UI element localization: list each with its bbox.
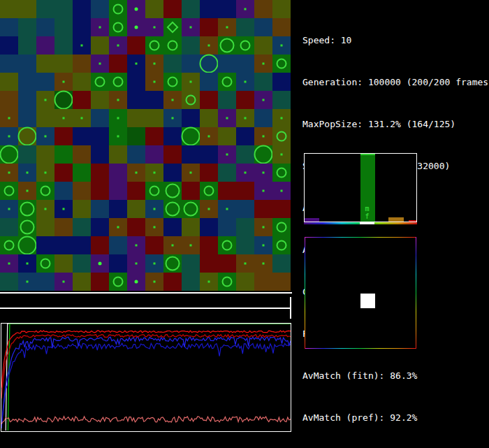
stat-line-avmatch-pref: AvMatch (pref): 92.2% [302,411,489,425]
grid-cell [200,109,218,127]
grid-cell [163,182,182,200]
grid-cell [18,36,36,55]
histogram-bar-orange [388,217,404,222]
organism-ring [254,145,273,164]
grid-cell [218,91,236,109]
organism-dot [154,263,156,265]
organism-ring [277,240,287,251]
grid-cell [54,73,73,91]
grid-cell [182,254,200,273]
organism-ring [113,77,124,87]
grid-cell [254,273,272,291]
organism-dot [172,117,174,120]
organism-ring [182,127,200,146]
grid-cell [18,127,36,145]
organism-dot [81,45,83,47]
grid-cell [109,200,127,218]
timeline-progress-marker[interactable] [290,297,291,319]
organism-dot [63,208,65,210]
organism-dot [208,208,210,210]
grid-cell [200,55,218,73]
grid-cell [254,254,272,273]
grid-cell [36,127,54,145]
grid-cell [145,0,163,18]
organism-ring [184,202,198,217]
grid-cell [109,218,127,236]
grid-cell [272,36,291,55]
grid-cell [218,18,236,36]
organism-ring [113,277,124,287]
timeline-track[interactable] [0,308,291,309]
organism-ring [4,240,15,251]
grid-cell [127,164,145,182]
organism-ring [222,277,233,287]
organism-dot [263,226,265,229]
grid-cell [254,236,272,254]
grid-cell [236,145,254,164]
grid-cell [218,109,236,127]
world-grid [0,0,291,291]
grid-cell [127,91,145,109]
stats-panel: Speed: 10 Generation: 100000 (200/200 fr… [302,6,489,448]
organism-dot-large [98,262,102,266]
grid-cell [254,0,272,18]
grid-cell [254,164,272,182]
grid-cell [236,0,254,18]
organism-dot [263,245,265,247]
trait-space-left-edge [305,237,305,349]
species-hue-axis-gap [360,222,374,224]
organism-ring [54,91,73,110]
organism-dot [190,81,192,83]
grid-cell [272,218,291,236]
grid-cell [272,0,291,18]
grid-cell [18,218,36,236]
organism-dot [117,226,119,229]
organism-ring [222,77,233,87]
histogram-bar-cap [360,154,375,155]
organism-dot [27,281,29,283]
organism-dot [245,81,247,83]
grid-cell [145,18,163,36]
grid-cell [200,218,218,236]
organism-dot [45,172,47,174]
grid-cell [254,218,272,236]
grid-cell [109,18,127,36]
grid-cell [0,73,18,91]
organism-ring [20,202,35,217]
grid-cell [254,127,272,145]
grid-cell [182,91,200,109]
grid-cell [218,0,236,18]
grid-cell [218,36,236,55]
grid-cell [73,182,91,200]
grid-cell [145,55,163,73]
grid-cell [200,182,218,200]
grid-cell [200,200,218,218]
organism-dot [8,136,10,138]
organism-ring [41,259,51,269]
grid-cell [54,273,73,291]
grid-cell [36,145,54,164]
organism-dot [154,226,156,229]
grid-cell [200,36,218,55]
organism-dot [8,263,10,265]
grid-cell [218,127,236,145]
grid-cell [73,218,91,236]
organism-ring [20,220,35,235]
organism-dot [154,281,156,283]
grid-cell [36,218,54,236]
grid-cell [91,109,109,127]
organism-dot [45,208,47,210]
species-hue-axis [304,222,417,224]
grid-cell [91,254,109,273]
grid-cell [0,218,18,236]
organism-dot [63,81,65,83]
grid-cell [200,254,218,273]
grid-cell [272,182,291,200]
grid-cell [18,200,36,218]
grid-cell [18,182,36,200]
grid-cell [54,145,73,164]
grid-cell [236,127,254,145]
grid-cell [0,200,18,218]
grid-cell [200,73,218,91]
histogram-bar-red [409,220,416,222]
